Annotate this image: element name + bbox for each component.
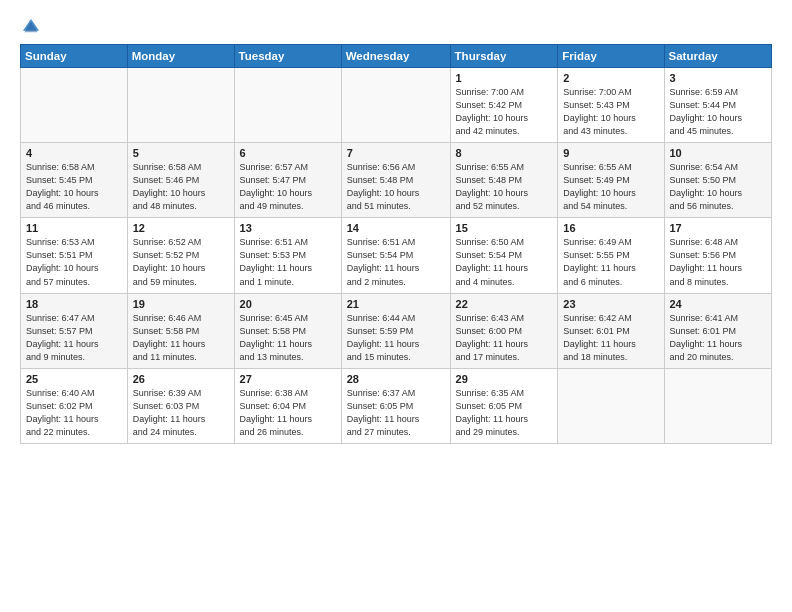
logo-icon	[20, 16, 42, 38]
calendar-cell: 16Sunrise: 6:49 AMSunset: 5:55 PMDayligh…	[558, 218, 664, 293]
calendar-week-row: 11Sunrise: 6:53 AMSunset: 5:51 PMDayligh…	[21, 218, 772, 293]
calendar-week-row: 25Sunrise: 6:40 AMSunset: 6:02 PMDayligh…	[21, 368, 772, 443]
calendar-cell: 20Sunrise: 6:45 AMSunset: 5:58 PMDayligh…	[234, 293, 341, 368]
calendar-cell: 12Sunrise: 6:52 AMSunset: 5:52 PMDayligh…	[127, 218, 234, 293]
calendar-dow-wednesday: Wednesday	[341, 45, 450, 68]
day-number: 27	[240, 373, 336, 385]
day-info: Sunrise: 6:49 AMSunset: 5:55 PMDaylight:…	[563, 236, 658, 288]
day-number: 22	[456, 298, 553, 310]
day-info: Sunrise: 6:51 AMSunset: 5:54 PMDaylight:…	[347, 236, 445, 288]
calendar-cell: 27Sunrise: 6:38 AMSunset: 6:04 PMDayligh…	[234, 368, 341, 443]
day-number: 2	[563, 72, 658, 84]
day-info: Sunrise: 6:40 AMSunset: 6:02 PMDaylight:…	[26, 387, 122, 439]
calendar-week-row: 4Sunrise: 6:58 AMSunset: 5:45 PMDaylight…	[21, 143, 772, 218]
calendar-cell: 7Sunrise: 6:56 AMSunset: 5:48 PMDaylight…	[341, 143, 450, 218]
calendar-cell: 13Sunrise: 6:51 AMSunset: 5:53 PMDayligh…	[234, 218, 341, 293]
page-header	[20, 16, 772, 38]
day-number: 23	[563, 298, 658, 310]
day-info: Sunrise: 6:58 AMSunset: 5:45 PMDaylight:…	[26, 161, 122, 213]
day-info: Sunrise: 6:37 AMSunset: 6:05 PMDaylight:…	[347, 387, 445, 439]
day-info: Sunrise: 6:55 AMSunset: 5:48 PMDaylight:…	[456, 161, 553, 213]
day-info: Sunrise: 6:48 AMSunset: 5:56 PMDaylight:…	[670, 236, 767, 288]
day-number: 21	[347, 298, 445, 310]
day-info: Sunrise: 6:46 AMSunset: 5:58 PMDaylight:…	[133, 312, 229, 364]
day-number: 16	[563, 222, 658, 234]
day-number: 17	[670, 222, 767, 234]
calendar-cell: 6Sunrise: 6:57 AMSunset: 5:47 PMDaylight…	[234, 143, 341, 218]
day-info: Sunrise: 6:50 AMSunset: 5:54 PMDaylight:…	[456, 236, 553, 288]
day-number: 12	[133, 222, 229, 234]
calendar-dow-sunday: Sunday	[21, 45, 128, 68]
day-info: Sunrise: 6:51 AMSunset: 5:53 PMDaylight:…	[240, 236, 336, 288]
day-info: Sunrise: 6:54 AMSunset: 5:50 PMDaylight:…	[670, 161, 767, 213]
day-number: 15	[456, 222, 553, 234]
day-number: 18	[26, 298, 122, 310]
calendar-cell: 21Sunrise: 6:44 AMSunset: 5:59 PMDayligh…	[341, 293, 450, 368]
calendar-cell: 24Sunrise: 6:41 AMSunset: 6:01 PMDayligh…	[664, 293, 772, 368]
day-info: Sunrise: 6:47 AMSunset: 5:57 PMDaylight:…	[26, 312, 122, 364]
calendar-week-row: 1Sunrise: 7:00 AMSunset: 5:42 PMDaylight…	[21, 68, 772, 143]
calendar-dow-tuesday: Tuesday	[234, 45, 341, 68]
calendar-cell: 5Sunrise: 6:58 AMSunset: 5:46 PMDaylight…	[127, 143, 234, 218]
day-number: 26	[133, 373, 229, 385]
day-number: 20	[240, 298, 336, 310]
calendar-cell: 18Sunrise: 6:47 AMSunset: 5:57 PMDayligh…	[21, 293, 128, 368]
day-number: 5	[133, 147, 229, 159]
calendar-cell: 28Sunrise: 6:37 AMSunset: 6:05 PMDayligh…	[341, 368, 450, 443]
day-number: 7	[347, 147, 445, 159]
calendar-cell: 19Sunrise: 6:46 AMSunset: 5:58 PMDayligh…	[127, 293, 234, 368]
day-info: Sunrise: 6:56 AMSunset: 5:48 PMDaylight:…	[347, 161, 445, 213]
day-number: 9	[563, 147, 658, 159]
calendar-cell: 1Sunrise: 7:00 AMSunset: 5:42 PMDaylight…	[450, 68, 558, 143]
day-info: Sunrise: 6:59 AMSunset: 5:44 PMDaylight:…	[670, 86, 767, 138]
calendar-cell: 26Sunrise: 6:39 AMSunset: 6:03 PMDayligh…	[127, 368, 234, 443]
calendar-dow-friday: Friday	[558, 45, 664, 68]
calendar-cell	[341, 68, 450, 143]
calendar-dow-monday: Monday	[127, 45, 234, 68]
calendar-cell: 8Sunrise: 6:55 AMSunset: 5:48 PMDaylight…	[450, 143, 558, 218]
day-info: Sunrise: 6:53 AMSunset: 5:51 PMDaylight:…	[26, 236, 122, 288]
day-info: Sunrise: 6:52 AMSunset: 5:52 PMDaylight:…	[133, 236, 229, 288]
calendar-cell: 15Sunrise: 6:50 AMSunset: 5:54 PMDayligh…	[450, 218, 558, 293]
calendar-week-row: 18Sunrise: 6:47 AMSunset: 5:57 PMDayligh…	[21, 293, 772, 368]
calendar-cell: 25Sunrise: 6:40 AMSunset: 6:02 PMDayligh…	[21, 368, 128, 443]
calendar-cell	[558, 368, 664, 443]
day-number: 1	[456, 72, 553, 84]
day-number: 28	[347, 373, 445, 385]
calendar-cell: 3Sunrise: 6:59 AMSunset: 5:44 PMDaylight…	[664, 68, 772, 143]
day-number: 6	[240, 147, 336, 159]
day-number: 24	[670, 298, 767, 310]
day-info: Sunrise: 6:38 AMSunset: 6:04 PMDaylight:…	[240, 387, 336, 439]
day-number: 4	[26, 147, 122, 159]
day-info: Sunrise: 6:42 AMSunset: 6:01 PMDaylight:…	[563, 312, 658, 364]
day-info: Sunrise: 6:55 AMSunset: 5:49 PMDaylight:…	[563, 161, 658, 213]
calendar-cell: 4Sunrise: 6:58 AMSunset: 5:45 PMDaylight…	[21, 143, 128, 218]
calendar-cell	[127, 68, 234, 143]
day-number: 3	[670, 72, 767, 84]
calendar-cell: 14Sunrise: 6:51 AMSunset: 5:54 PMDayligh…	[341, 218, 450, 293]
day-info: Sunrise: 6:58 AMSunset: 5:46 PMDaylight:…	[133, 161, 229, 213]
day-number: 14	[347, 222, 445, 234]
day-info: Sunrise: 7:00 AMSunset: 5:43 PMDaylight:…	[563, 86, 658, 138]
day-number: 25	[26, 373, 122, 385]
calendar-cell	[234, 68, 341, 143]
calendar-cell: 23Sunrise: 6:42 AMSunset: 6:01 PMDayligh…	[558, 293, 664, 368]
calendar-cell: 29Sunrise: 6:35 AMSunset: 6:05 PMDayligh…	[450, 368, 558, 443]
calendar-table: SundayMondayTuesdayWednesdayThursdayFrid…	[20, 44, 772, 444]
day-info: Sunrise: 6:41 AMSunset: 6:01 PMDaylight:…	[670, 312, 767, 364]
calendar-cell: 17Sunrise: 6:48 AMSunset: 5:56 PMDayligh…	[664, 218, 772, 293]
calendar-cell	[21, 68, 128, 143]
day-number: 29	[456, 373, 553, 385]
day-info: Sunrise: 6:45 AMSunset: 5:58 PMDaylight:…	[240, 312, 336, 364]
logo	[20, 16, 44, 38]
day-info: Sunrise: 6:39 AMSunset: 6:03 PMDaylight:…	[133, 387, 229, 439]
day-number: 11	[26, 222, 122, 234]
day-info: Sunrise: 6:57 AMSunset: 5:47 PMDaylight:…	[240, 161, 336, 213]
calendar-cell: 11Sunrise: 6:53 AMSunset: 5:51 PMDayligh…	[21, 218, 128, 293]
calendar-cell: 9Sunrise: 6:55 AMSunset: 5:49 PMDaylight…	[558, 143, 664, 218]
day-info: Sunrise: 7:00 AMSunset: 5:42 PMDaylight:…	[456, 86, 553, 138]
calendar-cell	[664, 368, 772, 443]
day-info: Sunrise: 6:43 AMSunset: 6:00 PMDaylight:…	[456, 312, 553, 364]
calendar-cell: 22Sunrise: 6:43 AMSunset: 6:00 PMDayligh…	[450, 293, 558, 368]
calendar-dow-saturday: Saturday	[664, 45, 772, 68]
